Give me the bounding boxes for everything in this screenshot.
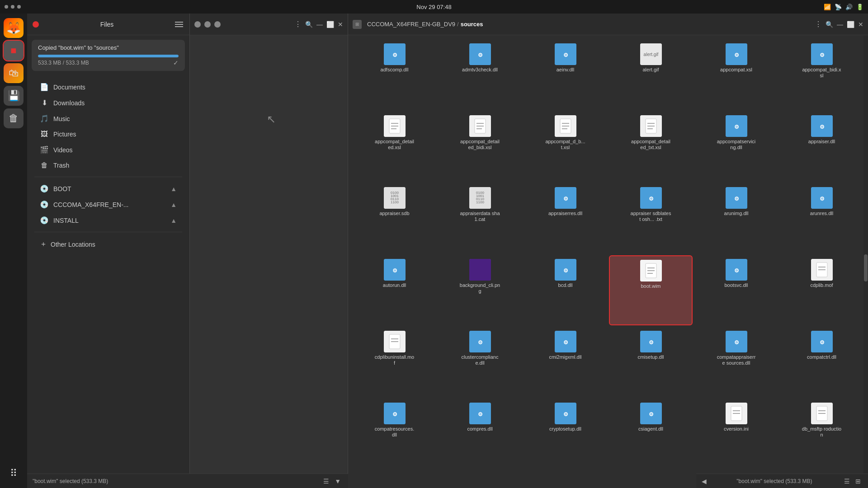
file-item-appcompat-xsl[interactable]: ⚙ appcompat.xsl [694,40,778,110]
trash-dock-icon: 🗑 [9,113,19,124]
middle-close-icon[interactable]: ✕ [338,21,343,28]
grid-view-button-left[interactable]: ▼ [333,477,343,486]
file-item-admtv3check[interactable]: ⚙ admtv3check.dll [438,40,522,110]
sidebar-other-locations[interactable]: ＋ Other Locations [31,236,186,253]
file-item-db-msftp[interactable]: db_msftp roduction [780,399,863,469]
dock-item-usb[interactable]: 💾 [4,86,24,106]
file-item-csiagent[interactable]: ⚙ csiagent.dll [609,399,693,469]
svg-text:⚙: ⚙ [648,196,653,202]
file-item-compres[interactable]: ⚙ compres.dll [438,399,522,469]
file-item-compatresources[interactable]: ⚙ compatresources.dll [353,399,436,469]
breadcrumb-drive[interactable]: CCCOMA_X64FRE_EN-GB_DV9 [367,21,455,28]
file-item-aeinv[interactable]: ⚙ aeinv.dll [524,40,607,110]
middle-titlebar: ⋮ 🔍 — ⬜ ✕ [190,14,348,35]
middle-search-icon[interactable]: 🔍 [305,21,313,28]
middle-more-button[interactable]: ⋮ [294,20,302,28]
file-item-appcompat-bidi[interactable]: ⚙ appcompat_bidi.xsl [780,40,863,110]
svg-text:⚙: ⚙ [477,52,482,58]
middle-minimize-button[interactable] [204,21,211,28]
file-item-appcompat-dbt[interactable]: appcompat_d_b...t.xsl [524,112,607,182]
breadcrumb-folder[interactable]: sources [461,21,483,28]
dock-item-grid[interactable]: ⠿ [4,464,24,483]
wifi-icon: 📡 [835,4,842,10]
file-item-bootsvc[interactable]: ⚙ bootsvc.dll [694,255,778,325]
sidebar-divider-1 [34,177,182,177]
file-item-appcompatservicing[interactable]: ⚙ appcompatservicing.dll [694,112,778,182]
file-item-compatctrl[interactable]: ⚙ compatctrl.dll [780,327,863,397]
file-item-bootwim[interactable]: boot.wim [609,255,693,325]
middle-restore-icon[interactable]: ⬜ [326,21,334,28]
downloads-icon: ⬇ [40,99,49,107]
file-item-appcompat-det[interactable]: appcompat_detailed.xsl [353,112,436,182]
sources-close-icon[interactable]: ✕ [858,21,863,28]
sources-search-icon[interactable]: 🔍 [826,21,833,28]
file-item-cversion[interactable]: cversion.ini [694,399,778,469]
eject-boot-button[interactable]: ▲ [170,185,177,192]
svg-text:⚙: ⚙ [734,52,739,58]
status-bar-right: ◀ "boot.wim" selected (533.3 MB) ☰ ⊞ [696,474,868,488]
file-item-compatappraise[interactable]: ⚙ compatappraiserre sources.dll [694,327,778,397]
sources-minimize-icon[interactable]: — [837,21,843,28]
file-icon-admtv3check: ⚙ [469,43,491,65]
music-icon: 🎵 [40,114,49,123]
scroll-thumb[interactable] [864,254,868,282]
close-button[interactable] [33,21,39,28]
file-item-cdplibuninstall[interactable]: cdplibuninstall.mof [353,327,436,397]
dock-item-software[interactable]: 🛍 [4,63,24,83]
sidebar-item-downloads[interactable]: ⬇ Downloads [31,95,186,111]
file-item-appcompat-det-bidi[interactable]: appcompat_detailed_bidi.xsl [438,112,522,182]
file-item-arunres[interactable]: ⚙ arunres.dll [780,183,863,253]
sidebar-item-music[interactable]: 🎵 Music [31,111,186,127]
menu-button[interactable] [175,20,184,29]
file-item-appraiser-txt[interactable]: ⚙ appraiser sdblatest osh... .txt [609,183,693,253]
file-item-clustercompliance[interactable]: ⚙ clustercompliance.dll [438,327,522,397]
list-view-button-right[interactable]: ☰ [842,477,852,486]
file-item-appraiser-dll[interactable]: ⚙ appraiser.dll [780,112,863,182]
file-item-appcompat-txt[interactable]: appcompat_detailed_txt.xsl [609,112,693,182]
sidebar-item-trash[interactable]: 🗑 Trash [31,158,186,173]
status-text-right: "boot.wim" selected (533.3 MB) [736,478,812,484]
sidebar-drive-install[interactable]: 💿 INSTALL ▲ [31,212,186,228]
grid-view-button-right[interactable]: ⊞ [854,477,863,486]
middle-minimize-icon[interactable]: — [316,21,323,28]
file-item-appraiserdata[interactable]: 0100100101101100 appraiserdata sha1.cat [438,183,522,253]
file-item-appraiser-sdb[interactable]: 0100100101101100 appraiser.sdb [353,183,436,253]
svg-text:⚙: ⚙ [392,411,397,418]
topbar-left [5,5,21,9]
sidebar-item-videos[interactable]: 🎬 Videos [31,142,186,158]
file-item-cryptosetup[interactable]: ⚙ cryptosetup.dll [524,399,607,469]
sources-titlebar: ⊞ CCCOMA_X64FRE_EN-GB_DV9 / sources ⋮ 🔍 … [348,14,868,35]
middle-maximize-button[interactable] [214,21,221,28]
file-item-cmisetup[interactable]: ⚙ cmisetup.dll [609,327,693,397]
topbar-dot-2 [11,5,14,9]
eject-cccoma-button[interactable]: ▲ [170,201,177,208]
file-item-alert[interactable]: alert.gif alert.gif [609,40,693,110]
sidebar-drive-cccoma[interactable]: 💿 CCCOMA_X64FRE_EN-... ▲ [31,197,186,212]
file-name-compatctrl: compatctrl.dll [807,354,836,360]
drive-cccoma-label: CCCOMA_X64FRE_EN-... [53,201,128,208]
list-view-button-left[interactable]: ☰ [321,477,331,486]
dock-item-files[interactable]: ■ [4,41,24,61]
file-item-autorun[interactable]: ⚙ autorun.dll [353,255,436,325]
scroll-left-btn[interactable]: ◀ [702,478,707,485]
middle-close-button[interactable] [194,21,201,28]
sidebar-item-pictures[interactable]: 🖼 Pictures [31,127,186,142]
dock-item-trash[interactable]: 🗑 [4,108,24,128]
file-item-bcd[interactable]: ⚙ bcd.dll [524,255,607,325]
file-item-background-png[interactable]: background_cli.png [438,255,522,325]
dock: 🦊 ■ 🛍 💾 🗑 ⠿ [0,14,27,488]
sources-more-button[interactable]: ⋮ [815,20,822,28]
file-item-cmi2migxml[interactable]: ⚙ cmi2migxml.dll [524,327,607,397]
sources-restore-icon[interactable]: ⬜ [847,21,854,28]
sidebar-item-documents[interactable]: 📄 Documents [31,79,186,95]
eject-install-button[interactable]: ▲ [170,217,177,224]
file-item-arunimg[interactable]: ⚙ arunimg.dll [694,183,778,253]
file-item-appraiserres[interactable]: ⚙ appraiserres.dll [524,183,607,253]
dock-item-firefox[interactable]: 🦊 [4,18,24,38]
sidebar-drive-boot[interactable]: 💿 BOOT ▲ [31,181,186,197]
scrollbar[interactable] [863,35,868,474]
file-item-cdplib[interactable]: cdplib.mof [780,255,863,325]
file-item-adfscomp[interactable]: ⚙ adfscomp.dll [353,40,436,110]
file-name-appraiser-sdb: appraiser.sdb [379,211,409,216]
file-name-autorun: autorun.dll [383,282,406,288]
